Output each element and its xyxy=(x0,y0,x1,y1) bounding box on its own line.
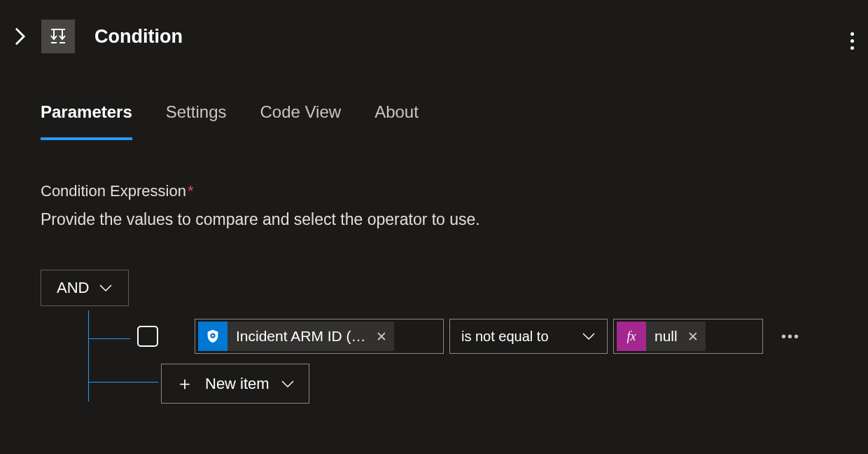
field-label: Condition Expression* xyxy=(41,182,868,200)
tab-about[interactable]: About xyxy=(374,102,419,140)
field-description: Provide the values to compare and select… xyxy=(41,210,868,229)
tab-settings[interactable]: Settings xyxy=(166,102,227,140)
left-token-text: Incident ARM ID (… xyxy=(236,328,366,345)
label-text: Condition Expression xyxy=(41,182,186,200)
operator-dropdown[interactable]: is not equal to xyxy=(449,319,608,354)
group-operator-dropdown[interactable]: AND xyxy=(41,270,129,306)
tab-parameters[interactable]: Parameters xyxy=(41,102,132,140)
navigate-chevron-icon[interactable] xyxy=(14,27,26,46)
right-value-field[interactable]: fx null ✕ xyxy=(613,319,763,354)
chevron-down-icon xyxy=(281,380,295,388)
remove-left-token-icon[interactable]: ✕ xyxy=(376,329,387,345)
sentinel-shield-icon xyxy=(198,322,227,351)
panel-header: Condition xyxy=(0,0,868,67)
plus-icon: ＋ xyxy=(176,371,194,396)
right-value-token: fx null ✕ xyxy=(617,322,706,351)
fx-expression-icon: fx xyxy=(617,322,646,351)
parameters-content: Condition Expression* Provide the values… xyxy=(0,140,868,404)
condition-row: Incident ARM ID (… ✕ is not equal to fx … xyxy=(137,319,868,354)
chevron-down-icon xyxy=(99,284,113,292)
tab-codeview[interactable]: Code View xyxy=(260,102,341,140)
condition-action-icon xyxy=(41,20,75,53)
chevron-down-icon xyxy=(582,332,596,340)
right-token-text: null xyxy=(654,328,678,345)
tabs-bar: Parameters Settings Code View About xyxy=(0,67,868,140)
group-operator-label: AND xyxy=(57,279,89,297)
new-item-label: New item xyxy=(205,375,270,393)
remove-right-token-icon[interactable]: ✕ xyxy=(687,329,699,345)
operator-text: is not equal to xyxy=(461,329,549,345)
row-checkbox[interactable] xyxy=(137,326,158,347)
row-more-menu-icon[interactable]: ••• xyxy=(781,329,800,345)
new-item-row: ＋ New item xyxy=(161,364,868,404)
left-value-field[interactable]: Incident ARM ID (… ✕ xyxy=(195,319,444,354)
new-item-button[interactable]: ＋ New item xyxy=(161,364,309,404)
left-value-token: Incident ARM ID (… ✕ xyxy=(198,322,394,351)
panel-title: Condition xyxy=(94,26,183,48)
svg-point-1 xyxy=(212,335,214,337)
required-asterisk: * xyxy=(188,182,194,200)
expression-builder: AND Inc xyxy=(41,270,868,404)
more-menu-icon[interactable] xyxy=(846,28,858,54)
